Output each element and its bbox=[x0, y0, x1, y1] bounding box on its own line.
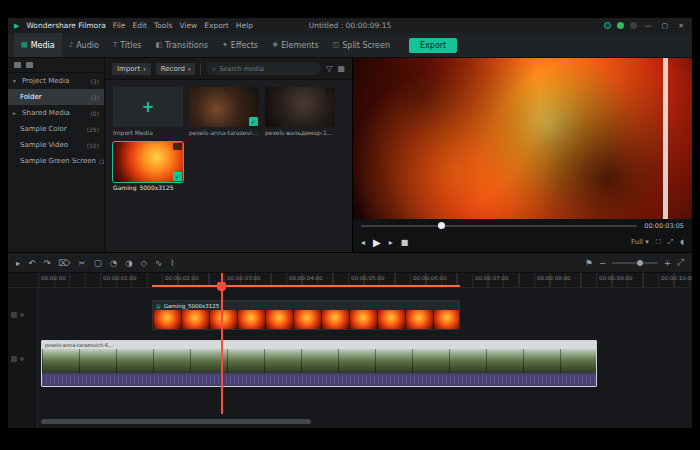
clip-gaming[interactable]: ▤ Gaming_5000x3125 bbox=[152, 300, 460, 330]
sidebar-item-sample-green-screen[interactable]: Sample Green Screen (10) bbox=[8, 153, 104, 169]
sidebar-item-sample-video[interactable]: Sample Video (10) bbox=[8, 137, 104, 153]
menu-file[interactable]: File bbox=[113, 21, 126, 30]
sync-icon[interactable] bbox=[604, 22, 611, 29]
search-box[interactable]: ⌕ bbox=[206, 62, 321, 75]
tab-audio[interactable]: ♪ Audio bbox=[62, 33, 106, 57]
tab-media-label: Media bbox=[31, 41, 55, 50]
video-letterbox-strip bbox=[663, 58, 668, 219]
track-lock-icon[interactable] bbox=[20, 357, 24, 361]
color-correction-icon[interactable]: ◑ bbox=[125, 258, 132, 268]
fit-dropdown[interactable]: Full ▾ bbox=[631, 238, 649, 246]
search-input[interactable] bbox=[219, 65, 315, 73]
clip-name: Gaming_5000x3125 bbox=[164, 303, 220, 309]
zoom-out-icon[interactable]: − bbox=[599, 258, 606, 268]
menubar: ▶ Wondershare Filmora File Edit Tools Vi… bbox=[8, 18, 692, 33]
sidebar-item-sample-color[interactable]: Sample Color (25) bbox=[8, 121, 104, 137]
keyframe-icon[interactable]: ◇ bbox=[141, 258, 148, 268]
export-button[interactable]: Export bbox=[409, 38, 457, 53]
video2-thumb[interactable] bbox=[265, 87, 335, 127]
menu-view[interactable]: View bbox=[179, 21, 197, 30]
playhead-handle[interactable] bbox=[217, 282, 226, 291]
disclosure-icon[interactable]: ▸ bbox=[13, 110, 19, 116]
playhead[interactable] bbox=[221, 273, 223, 414]
sidebar-header bbox=[8, 58, 104, 73]
tab-titles[interactable]: T Titles bbox=[106, 33, 149, 57]
menu-help[interactable]: Help bbox=[236, 21, 253, 30]
film-icon: ▤ bbox=[156, 303, 161, 309]
speed-icon[interactable]: ◔ bbox=[110, 258, 117, 268]
collapse-icon[interactable] bbox=[26, 62, 33, 68]
ruler-label: 00:00:04:00 bbox=[289, 275, 323, 281]
track1-header[interactable] bbox=[11, 356, 24, 362]
notification-icon[interactable] bbox=[630, 22, 637, 29]
track-header-gutter bbox=[8, 288, 38, 428]
item-count: (3) bbox=[91, 94, 100, 101]
seekbar-handle[interactable] bbox=[438, 222, 445, 229]
preview-seekbar[interactable] bbox=[361, 225, 637, 227]
zoom-slider-handle[interactable] bbox=[637, 260, 643, 266]
play-icon[interactable]: ▶ bbox=[373, 237, 381, 248]
fullscreen-icon[interactable]: ⤢ bbox=[668, 238, 674, 246]
video1-thumb[interactable]: ✓ bbox=[189, 87, 259, 127]
track-toggle-icon[interactable] bbox=[11, 312, 17, 318]
menu-export[interactable]: Export bbox=[204, 21, 229, 30]
record-dropdown[interactable]: Record ▾ bbox=[156, 63, 196, 75]
media-tile-video2[interactable]: pexels-вальдемар-10026... bbox=[265, 87, 335, 136]
timeline-zoom-slider[interactable] bbox=[612, 262, 658, 264]
sidebar-item-label: Folder bbox=[20, 93, 42, 101]
tab-split-screen[interactable]: ◫ Split Screen bbox=[326, 33, 397, 57]
grid-view-icon[interactable]: ▦ bbox=[337, 64, 345, 73]
import-media-tile[interactable]: + Import Media bbox=[113, 87, 183, 136]
redo-icon[interactable]: ↷ bbox=[43, 258, 50, 268]
menu-tools[interactable]: Tools bbox=[154, 21, 172, 30]
crop-icon[interactable]: ▢ bbox=[94, 258, 102, 268]
tab-elements[interactable]: ❖ Elements bbox=[265, 33, 326, 57]
tab-transitions[interactable]: ◧ Transitions bbox=[148, 33, 214, 57]
timeline: 00:00:00 00:00:01:00 00:00:02:00 00:00:0… bbox=[8, 273, 692, 428]
zoom-in-icon[interactable]: + bbox=[664, 258, 671, 268]
disclosure-icon[interactable]: ▾ bbox=[13, 78, 19, 84]
media-tile-gaming[interactable]: ✓ Gaming_5000x3125 bbox=[113, 142, 183, 191]
delete-icon[interactable]: ⌦ bbox=[59, 258, 71, 268]
sidebar-item-label: Project Media bbox=[22, 77, 69, 85]
track2-header[interactable] bbox=[11, 312, 24, 318]
close-button[interactable]: ✕ bbox=[676, 22, 686, 30]
timeline-horizontal-scrollbar[interactable] bbox=[41, 419, 311, 424]
maximize-button[interactable]: ▢ bbox=[660, 22, 671, 30]
item-count: (0) bbox=[91, 110, 100, 117]
new-folder-icon[interactable] bbox=[14, 62, 21, 68]
next-frame-icon[interactable]: ▸ bbox=[389, 238, 393, 247]
zoom-fit-icon[interactable]: ⤢ bbox=[677, 257, 684, 268]
audio-mixer-icon[interactable]: ∿ bbox=[155, 258, 162, 268]
track-lock-icon[interactable] bbox=[20, 313, 24, 317]
preview-video[interactable] bbox=[353, 58, 692, 219]
import-media-thumb[interactable]: + bbox=[113, 87, 183, 127]
previous-frame-icon[interactable]: ◂ bbox=[361, 238, 365, 247]
undo-icon[interactable]: ↶ bbox=[28, 258, 35, 268]
timeline-ruler[interactable]: 00:00:00 00:00:01:00 00:00:02:00 00:00:0… bbox=[8, 273, 692, 288]
split-screen-tab-icon: ◫ bbox=[333, 41, 340, 49]
stop-icon[interactable]: ■ bbox=[401, 238, 409, 247]
speaker-icon[interactable]: ◖ bbox=[680, 238, 684, 246]
minimize-button[interactable]: — bbox=[643, 22, 654, 30]
clip-range-indicator bbox=[152, 285, 460, 287]
split-icon[interactable]: ✂ bbox=[79, 258, 86, 268]
sidebar-item-shared-media[interactable]: ▸ Shared Media (0) bbox=[8, 105, 104, 121]
sidebar-item-project-media[interactable]: ▾ Project Media (3) bbox=[8, 73, 104, 89]
pointer-tool-icon[interactable]: ▸ bbox=[16, 258, 20, 268]
tab-effects[interactable]: ✦ Effects bbox=[215, 33, 265, 57]
track-toggle-icon[interactable] bbox=[11, 356, 17, 362]
gaming-thumb[interactable]: ✓ bbox=[113, 142, 183, 182]
clip-type-icon bbox=[173, 143, 182, 150]
marker-icon[interactable]: ⚑ bbox=[585, 258, 593, 268]
snapshot-icon[interactable]: ⛶ bbox=[656, 238, 661, 246]
sidebar-item-folder[interactable]: Folder (3) bbox=[8, 89, 104, 105]
filter-icon[interactable]: ▽ bbox=[326, 64, 332, 73]
import-dropdown[interactable]: Import ▾ bbox=[112, 63, 151, 75]
voiceover-icon[interactable]: ⌇ bbox=[170, 258, 174, 268]
account-avatar[interactable] bbox=[617, 22, 624, 29]
tab-media[interactable]: ▤ Media bbox=[14, 33, 62, 57]
clip-green[interactable]: pexels-anna-tarazevich-6... bbox=[41, 340, 597, 387]
media-tile-video1[interactable]: ✓ pexels-anna-tarazevich-6... bbox=[189, 87, 259, 136]
menu-edit[interactable]: Edit bbox=[132, 21, 147, 30]
